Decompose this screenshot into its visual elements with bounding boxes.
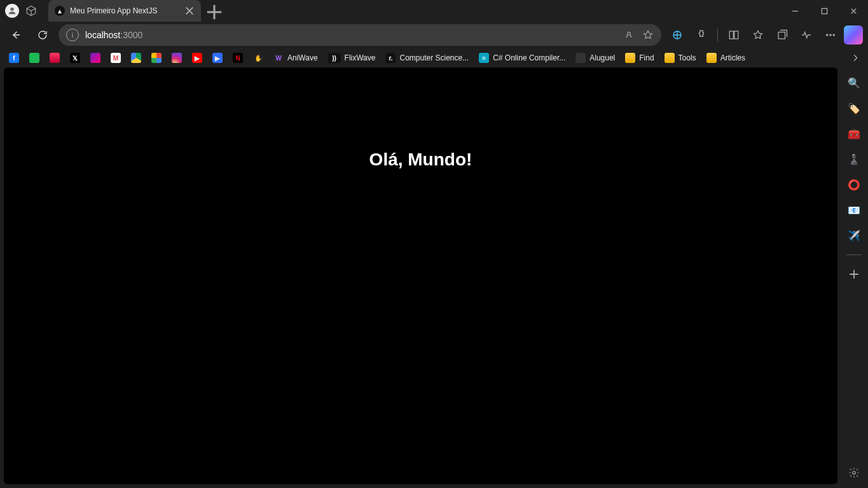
split-screen-button[interactable]	[723, 24, 745, 46]
sidebar-toolbox-button[interactable]: 🧰	[845, 125, 863, 143]
sidebar-search-button[interactable]: 🔍	[845, 74, 863, 92]
cube-icon	[25, 5, 37, 17]
tab-active[interactable]: ▲ Meu Primeiro App NextJS	[48, 0, 201, 22]
close-icon	[850, 8, 857, 15]
back-button[interactable]	[5, 24, 27, 46]
maximize-icon	[821, 8, 828, 15]
bookmark-item[interactable]: M	[107, 50, 125, 66]
sidebar-settings-button[interactable]	[845, 464, 863, 482]
sidebar-add-button[interactable]	[845, 265, 863, 283]
favicon-icon: M	[111, 53, 121, 63]
bookmark-item[interactable]: Aluguel	[572, 50, 619, 66]
site-info-icon[interactable]: i	[66, 29, 79, 41]
close-window-button[interactable]	[839, 0, 868, 22]
svg-point-6	[827, 34, 828, 36]
collections-icon	[776, 29, 788, 41]
svg-rect-3	[729, 31, 733, 39]
bookmark-item[interactable]: ▶	[188, 50, 206, 66]
body-row: Olá, Mundo! 🔍🏷️🧰♟️⭕📧✈️	[0, 67, 868, 488]
address-bar[interactable]: i localhost:3000	[59, 24, 661, 46]
bookmark-label: Aluguel	[589, 53, 615, 62]
bookmark-item[interactable]	[168, 50, 186, 66]
copilot-button[interactable]	[844, 25, 863, 45]
read-aloud-icon[interactable]	[623, 29, 635, 41]
sidebar-send-button[interactable]: ✈️	[845, 227, 863, 244]
split-icon	[728, 29, 740, 41]
workspaces-button[interactable]	[24, 4, 38, 18]
bookmark-item[interactable]	[86, 50, 104, 66]
more-button[interactable]	[820, 24, 841, 46]
svg-point-9	[853, 471, 856, 475]
sidebar-games-button[interactable]: ♟️	[845, 150, 863, 168]
favicon-icon: r.	[385, 53, 396, 63]
svg-rect-5	[778, 32, 785, 39]
favicon-icon	[151, 53, 162, 63]
page-content: Olá, Mundo!	[4, 67, 837, 484]
favicon-icon	[90, 53, 100, 63]
titlebar-left: ▲ Meu Primeiro App NextJS	[0, 0, 224, 22]
bookmark-folder[interactable]: Find	[621, 50, 658, 66]
bookmark-item[interactable]: r.Computer Science...	[382, 50, 472, 66]
sidebar-shopping-button[interactable]: 🏷️	[845, 99, 863, 117]
bookmark-item[interactable]: N	[229, 50, 247, 66]
bookmark-item[interactable]: ))FlixWave	[324, 50, 380, 66]
gear-icon	[848, 467, 860, 478]
svg-point-7	[830, 34, 831, 36]
bookmarks-bar: f𝕏M▶▶N✋WAniWave))FlixWaver.Computer Scie…	[0, 48, 868, 67]
svg-rect-1	[822, 8, 827, 13]
refresh-button[interactable]	[32, 24, 53, 46]
performance-button[interactable]	[796, 24, 817, 46]
favicon-icon: W	[273, 53, 284, 63]
plus-icon	[205, 3, 224, 22]
folder-icon	[625, 53, 635, 63]
folder-icon	[665, 53, 675, 63]
browser-window: ▲ Meu Primeiro App NextJS i localhos	[0, 0, 868, 488]
favicon-icon: N	[233, 53, 243, 63]
favicon-icon: 𝕏	[70, 53, 80, 63]
edge-sidebar: 🔍🏷️🧰♟️⭕📧✈️	[840, 67, 868, 488]
bookmark-label: C# Online Compiler...	[493, 53, 565, 62]
bookmark-label: Computer Science...	[399, 53, 469, 62]
bookmark-label: AniWave	[287, 53, 318, 62]
profile-avatar[interactable]	[5, 4, 19, 18]
bookmarks-overflow-button[interactable]	[848, 50, 863, 66]
bookmark-folder[interactable]: Articles	[703, 50, 749, 66]
bookmark-item[interactable]: 𝕏	[66, 50, 84, 66]
toolbar: i localhost:3000	[0, 22, 868, 48]
bookmark-label: Tools	[679, 53, 696, 62]
bookmark-item[interactable]	[127, 50, 145, 66]
bookmark-item[interactable]: ▶	[209, 50, 226, 66]
sidebar-outlook-button[interactable]: 📧	[845, 201, 863, 219]
favicon-icon: ≡	[479, 53, 489, 63]
minimize-icon	[792, 8, 799, 15]
bookmark-item[interactable]: ✋	[249, 50, 267, 66]
tracking-button[interactable]	[666, 24, 688, 46]
bookmark-item[interactable]	[25, 50, 43, 66]
favorite-star-icon[interactable]	[642, 29, 654, 41]
favicon-icon	[575, 53, 586, 63]
toolbar-actions	[666, 24, 863, 46]
puzzle-icon	[696, 29, 707, 41]
bookmark-item[interactable]	[148, 50, 165, 66]
tab-close-button[interactable]	[184, 6, 195, 16]
titlebar: ▲ Meu Primeiro App NextJS	[0, 0, 868, 22]
new-tab-button[interactable]	[205, 3, 224, 22]
maximize-button[interactable]	[809, 0, 839, 22]
bookmark-label: FlixWave	[345, 53, 376, 62]
favorites-button[interactable]	[747, 24, 769, 46]
bookmark-item[interactable]: WAniWave	[270, 50, 322, 66]
arrow-left-icon	[10, 29, 22, 41]
svg-point-0	[10, 8, 13, 11]
bookmark-item[interactable]: ≡C# Online Compiler...	[475, 50, 569, 66]
favicon-icon: ))	[328, 53, 341, 63]
folder-icon	[706, 53, 717, 63]
svg-rect-4	[734, 31, 738, 39]
favicon-icon: ✋	[253, 53, 263, 63]
bookmark-item[interactable]	[46, 50, 64, 66]
collections-button[interactable]	[771, 24, 793, 46]
bookmark-item[interactable]: f	[5, 50, 23, 66]
extensions-button[interactable]	[691, 24, 712, 46]
minimize-button[interactable]	[780, 0, 809, 22]
bookmark-folder[interactable]: Tools	[661, 50, 700, 66]
sidebar-office-button[interactable]: ⭕	[845, 176, 863, 193]
